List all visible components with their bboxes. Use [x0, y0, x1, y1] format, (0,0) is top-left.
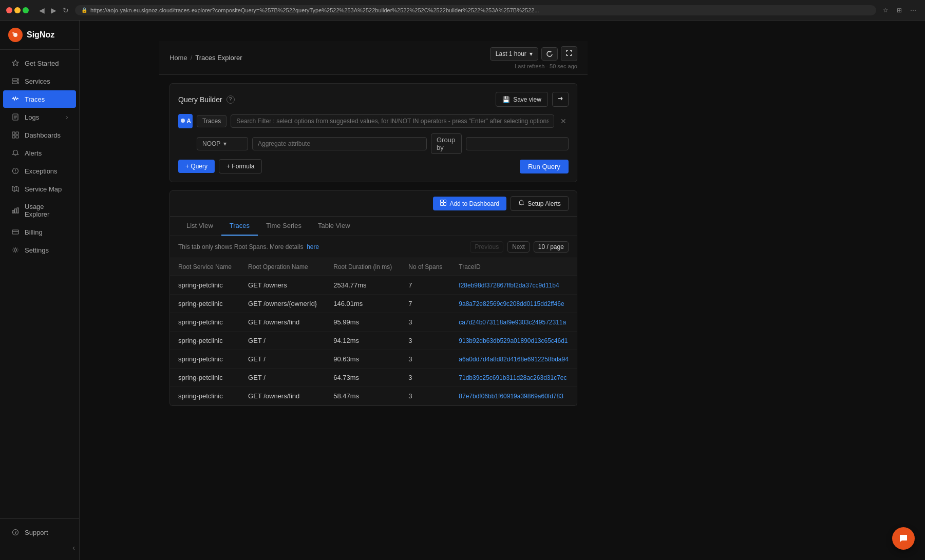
group-by-label: Group by: [431, 133, 462, 154]
table-row: spring-petclinic GET /owners/find 95.99m…: [170, 313, 577, 332]
content-area: Query Builder ? 💾 Save view: [159, 75, 588, 560]
sidebar-collapse-button[interactable]: ‹: [72, 544, 75, 552]
breadcrumb-home[interactable]: Home: [169, 54, 187, 62]
star-button[interactable]: ☆: [880, 5, 891, 15]
cell-service: spring-petclinic: [170, 387, 240, 405]
sidebar-item-billing[interactable]: Billing: [3, 223, 76, 241]
noop-label: NOOP: [202, 140, 220, 147]
tab-time-series[interactable]: Time Series: [258, 217, 310, 236]
save-view-button[interactable]: 💾 Save view: [496, 92, 548, 107]
expand-button[interactable]: [561, 46, 577, 61]
tab-table-view[interactable]: Table View: [310, 217, 358, 236]
clear-filter-button[interactable]: ✕: [558, 116, 569, 126]
here-link[interactable]: here: [307, 243, 319, 250]
trace-id-link[interactable]: a6a0dd7d4a8d82d4168e6912258bda94: [459, 356, 569, 363]
query-builder-header: Query Builder ? 💾 Save view: [178, 92, 569, 107]
app-logo: SigNoz: [0, 21, 79, 50]
cell-trace-id[interactable]: 913b92db63db529a01890d13c65c46d1: [450, 332, 577, 350]
cell-operation: GET /owners/{ownerId}: [240, 295, 325, 313]
refresh-button[interactable]: ↻: [61, 5, 71, 15]
logo-icon: [8, 28, 23, 42]
cell-trace-id[interactable]: a6a0dd7d4a8d82d4168e6912258bda94: [450, 350, 577, 369]
tab-list-view[interactable]: List View: [178, 217, 221, 236]
time-picker[interactable]: Last 1 hour ▾: [490, 47, 538, 61]
help-icon[interactable]: ?: [226, 95, 235, 104]
browser-minimize[interactable]: [14, 7, 21, 13]
info-text: This tab only shows Root Spans. More det…: [178, 243, 319, 250]
traces-tab-label: Traces: [230, 222, 250, 229]
support-label: Support: [25, 529, 48, 536]
cell-trace-id[interactable]: 9a8a72e82569c9c208dd0115dd2ff46e: [450, 295, 577, 313]
sidebar-item-alerts[interactable]: Alerts: [3, 144, 76, 162]
share-button[interactable]: [552, 92, 569, 107]
trace-id-link[interactable]: 9a8a72e82569c9c208dd0115dd2ff46e: [459, 300, 564, 307]
next-button[interactable]: Next: [507, 241, 530, 253]
sidebar-item-exceptions[interactable]: Exceptions: [3, 162, 76, 180]
sidebar-item-get-started[interactable]: Get Started: [3, 54, 76, 72]
breadcrumb-current: Traces Explorer: [195, 54, 242, 62]
svg-rect-12: [12, 136, 15, 138]
add-formula-button[interactable]: + Formula: [219, 159, 262, 173]
noop-select[interactable]: NOOP ▾: [197, 137, 248, 150]
cell-trace-id[interactable]: 71db39c25c691b311d28ac263d31c7ec: [450, 369, 577, 387]
trace-id-link[interactable]: f28eb98df372867ffbf2da37cc9d11b4: [459, 282, 559, 289]
sidebar-item-dashboards[interactable]: Dashboards: [3, 126, 76, 144]
group-by-input[interactable]: [466, 137, 569, 150]
browser-actions: ☆ ⊞ ⋯: [880, 5, 919, 15]
trace-id-link[interactable]: 71db39c25c691b311d28ac263d31c7ec: [459, 374, 567, 381]
page-size-select[interactable]: 10 / page: [534, 241, 569, 253]
app-header: Home / Traces Explorer Last 1 hour ▾: [159, 41, 588, 75]
run-query-button[interactable]: Run Query: [520, 160, 569, 173]
cell-trace-id[interactable]: ca7d24b073118af9e9303c249572311a: [450, 313, 577, 332]
svg-rect-30: [441, 203, 443, 206]
svg-rect-13: [16, 136, 18, 138]
billing-label: Billing: [25, 228, 43, 236]
col-operation-name: Root Operation Name: [240, 258, 325, 276]
sidebar-item-support[interactable]: Support: [3, 524, 76, 541]
browser-close[interactable]: [6, 7, 12, 13]
table-row: spring-petclinic GET /owners/{ownerId} 1…: [170, 295, 577, 313]
col-service-name: Root Service Name: [170, 258, 240, 276]
back-button[interactable]: ◀: [37, 5, 47, 15]
url-bar[interactable]: 🔒 https://aojo-yakn.eu.signoz.cloud/trac…: [75, 5, 876, 15]
cell-spans: 3: [400, 369, 450, 387]
aggregate-input[interactable]: [252, 137, 427, 150]
setup-alerts-button[interactable]: Setup Alerts: [511, 196, 569, 211]
previous-button[interactable]: Previous: [470, 241, 503, 253]
refresh-button[interactable]: [541, 47, 558, 61]
logs-chevron: ›: [66, 114, 68, 120]
trace-id-link[interactable]: 913b92db63db529a01890d13c65c46d1: [459, 337, 568, 344]
tab-traces[interactable]: Traces: [221, 217, 258, 236]
file-text-icon: [11, 113, 20, 121]
query-type-traces[interactable]: Traces: [197, 115, 226, 127]
header-right: Last 1 hour ▾ Last refresh - 50 sec ago: [490, 46, 577, 69]
query-filter-input[interactable]: [231, 114, 554, 128]
sidebar: SigNoz Get Started Services Traces: [0, 21, 80, 560]
url-text: https://aojo-yakn.eu.signoz.cloud/traces…: [90, 7, 539, 13]
cell-trace-id[interactable]: f28eb98df372867ffbf2da37cc9d11b4: [450, 276, 577, 295]
forward-button[interactable]: ▶: [49, 5, 59, 15]
chat-bubble[interactable]: [892, 527, 915, 550]
alerts-label: Alerts: [25, 149, 42, 157]
svg-point-16: [15, 172, 15, 172]
time-series-tab-label: Time Series: [266, 222, 301, 229]
trace-id-link[interactable]: ca7d24b073118af9e9303c249572311a: [459, 319, 566, 326]
sidebar-item-services[interactable]: Services: [3, 72, 76, 90]
sidebar-item-settings[interactable]: Settings: [3, 241, 76, 259]
sidebar-item-logs[interactable]: Logs ›: [3, 108, 76, 126]
cell-spans: 3: [400, 350, 450, 369]
sidebar-footer: Support ‹: [0, 518, 79, 560]
sidebar-item-traces[interactable]: Traces: [3, 90, 76, 108]
col-spans: No of Spans: [400, 258, 450, 276]
extension-button[interactable]: ⊞: [894, 5, 904, 15]
add-to-dashboard-button[interactable]: Add to Dashboard: [433, 197, 506, 210]
services-label: Services: [25, 78, 50, 85]
query-row-a: A Traces ✕: [178, 114, 569, 128]
sidebar-item-service-map[interactable]: Service Map: [3, 180, 76, 198]
add-query-button[interactable]: + Query: [178, 160, 215, 173]
menu-button[interactable]: ⋯: [908, 5, 919, 15]
browser-maximize[interactable]: [23, 7, 29, 13]
cell-trace-id[interactable]: 87e7bdf06bb1f60919a39869a60fd783: [450, 387, 577, 405]
sidebar-item-usage-explorer[interactable]: Usage Explorer: [3, 198, 76, 223]
trace-id-link[interactable]: 87e7bdf06bb1f60919a39869a60fd783: [459, 393, 563, 400]
